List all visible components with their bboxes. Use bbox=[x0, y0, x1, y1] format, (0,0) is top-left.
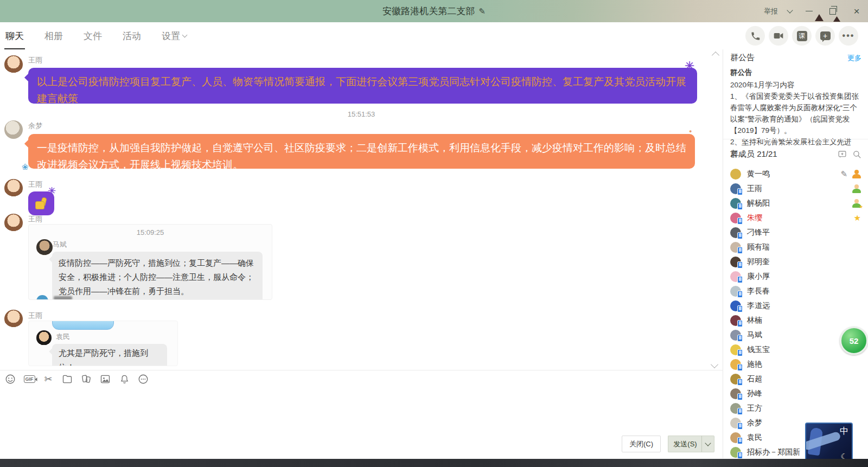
chevron-down-icon bbox=[182, 32, 188, 37]
avatar[interactable] bbox=[4, 55, 23, 74]
video-call-button[interactable] bbox=[769, 26, 788, 46]
more-actions-button[interactable]: ••• bbox=[839, 26, 858, 46]
tab-album[interactable]: 相册 bbox=[44, 30, 63, 42]
shake-window-icon[interactable] bbox=[80, 373, 92, 385]
image-icon[interactable] bbox=[99, 373, 111, 385]
collapse-down-icon[interactable] bbox=[711, 361, 718, 368]
member-row[interactable]: 李長春 bbox=[723, 284, 868, 298]
member-name: 钱玉宝 bbox=[747, 345, 770, 355]
file-folder-icon[interactable] bbox=[61, 373, 73, 385]
member-row[interactable]: 王方 bbox=[723, 401, 868, 415]
admin-star-badge-icon: ★ bbox=[852, 199, 861, 208]
member-name: 顾有瑞 bbox=[747, 242, 770, 252]
avatar[interactable] bbox=[4, 120, 23, 139]
tab-settings[interactable]: 设置 bbox=[162, 30, 187, 42]
member-name: 施艳 bbox=[747, 360, 762, 369]
voice-call-button[interactable] bbox=[745, 26, 765, 46]
sender-name: 余梦 bbox=[28, 121, 42, 131]
search-icon[interactable] bbox=[852, 150, 861, 159]
report-button[interactable]: 举报 bbox=[764, 7, 778, 16]
group-post-button[interactable]: + bbox=[815, 26, 835, 46]
member-row[interactable]: 朱缨 ★ bbox=[723, 210, 868, 225]
member-row[interactable]: 施艳 bbox=[723, 357, 868, 372]
add-post-icon[interactable] bbox=[838, 150, 847, 159]
level-badge[interactable]: 52 bbox=[840, 327, 868, 355]
video-camera-icon bbox=[773, 30, 784, 41]
member-row[interactable]: 解杨阳 ★ bbox=[723, 196, 868, 210]
announcement-body: 群公告 2020年1月学习内容 1、《省国资委党委关于以省投资集团张春雷等人腐败… bbox=[730, 67, 863, 159]
member-name: 招标办－郑国新 bbox=[747, 447, 800, 457]
avatar bbox=[730, 286, 741, 297]
avatar bbox=[730, 300, 741, 311]
avatar bbox=[730, 447, 741, 458]
member-row[interactable]: 刁锋平 bbox=[723, 225, 868, 240]
mobile-online-icon bbox=[737, 247, 743, 254]
avatar bbox=[730, 403, 741, 414]
edit-card-icon[interactable]: ✎ bbox=[840, 169, 847, 179]
member-name: 马斌 bbox=[747, 330, 762, 340]
forwarded-message-card: 袁民 尤其是严防死守，措施到位！ bbox=[28, 321, 178, 366]
avatar[interactable] bbox=[4, 179, 23, 197]
avatar bbox=[730, 169, 741, 180]
mobile-online-icon bbox=[737, 452, 743, 459]
quote-bubble: 疫情防控——严防死守，措施到位；复工复产——确保安全，积极推进；个人防控——注意… bbox=[52, 252, 263, 300]
tab-files[interactable]: 文件 bbox=[84, 30, 102, 42]
member-row[interactable]: 郭明奎 bbox=[723, 254, 868, 269]
gif-icon[interactable]: GIF bbox=[23, 373, 35, 385]
mobile-online-icon bbox=[737, 393, 743, 400]
member-name: 郭明奎 bbox=[747, 257, 770, 267]
tab-activities[interactable]: 活动 bbox=[123, 30, 141, 42]
minimize-button[interactable] bbox=[802, 4, 816, 18]
avatar[interactable] bbox=[4, 310, 23, 328]
tab-chat[interactable]: 聊天 bbox=[5, 30, 24, 42]
avatar[interactable] bbox=[4, 214, 23, 232]
member-name: 林楠 bbox=[747, 316, 762, 325]
close-chat-button[interactable]: 关闭(C) bbox=[622, 436, 661, 452]
mobile-online-icon bbox=[737, 379, 743, 386]
announcement-more-link[interactable]: 更多 bbox=[847, 53, 861, 63]
announcement-line: 2020年1月学习内容 bbox=[730, 79, 863, 91]
quote-sender-name: 袁民 bbox=[56, 332, 70, 342]
avatar bbox=[730, 271, 741, 282]
mobile-online-icon bbox=[737, 349, 743, 356]
message-bubble: 以上是公司疫情防控项目复工复产、人员、物资等情况简要通报，下面进行会议第三项党员… bbox=[28, 68, 697, 104]
quote-timestamp: 15:09:25 bbox=[29, 228, 272, 236]
close-button[interactable]: × bbox=[850, 4, 864, 18]
class-button[interactable]: 课 bbox=[792, 26, 812, 46]
bell-icon[interactable] bbox=[118, 373, 130, 385]
collapse-up-icon[interactable] bbox=[712, 52, 719, 59]
titlebar-dropdown-icon[interactable] bbox=[787, 7, 793, 13]
member-row[interactable]: 李道远 bbox=[723, 298, 868, 313]
member-row[interactable]: 康小厚 bbox=[723, 269, 868, 284]
restore-button[interactable] bbox=[826, 4, 840, 18]
member-name: 王方 bbox=[747, 404, 762, 413]
member-row[interactable]: 林楠 bbox=[723, 313, 868, 328]
flower-decoration-icon: ❀ bbox=[22, 162, 29, 172]
emoji-icon[interactable] bbox=[4, 373, 16, 385]
mobile-online-icon bbox=[737, 291, 743, 298]
qq-group-chat-window: 安徽路港机关第二支部 ✎ 举报 × 聊天 相册 文件 活动 设置 bbox=[0, 0, 868, 467]
member-row[interactable]: 王雨 bbox=[723, 181, 868, 196]
member-row[interactable]: 孙峰 bbox=[723, 386, 868, 401]
mobile-online-icon bbox=[737, 364, 743, 371]
avatar bbox=[730, 198, 741, 209]
avatar bbox=[730, 227, 741, 238]
member-row[interactable]: 黄一鸣 ✎ bbox=[723, 167, 868, 181]
member-list: 黄一鸣 ✎ 王雨 解杨阳 ★ 朱缨 ★ 刁锋平 bbox=[723, 167, 868, 458]
screenshot-scissors-icon[interactable]: ✂ bbox=[42, 373, 54, 385]
more-tools-icon[interactable] bbox=[137, 373, 149, 385]
avatar[interactable] bbox=[36, 239, 53, 255]
member-row[interactable]: 石超 bbox=[723, 372, 868, 386]
edit-title-icon[interactable]: ✎ bbox=[478, 7, 486, 16]
member-row[interactable]: 顾有瑞 bbox=[723, 240, 868, 254]
avatar bbox=[730, 257, 741, 267]
mobile-online-icon bbox=[737, 423, 743, 430]
mobile-online-icon bbox=[737, 305, 743, 312]
avatar[interactable] bbox=[36, 330, 52, 346]
mobile-online-icon bbox=[737, 203, 743, 210]
send-options-button[interactable] bbox=[701, 436, 714, 452]
send-button[interactable]: 发送(S) bbox=[668, 436, 702, 452]
member-name: 刁锋平 bbox=[747, 228, 770, 238]
mobile-online-icon bbox=[737, 335, 743, 342]
divider bbox=[723, 139, 868, 139]
